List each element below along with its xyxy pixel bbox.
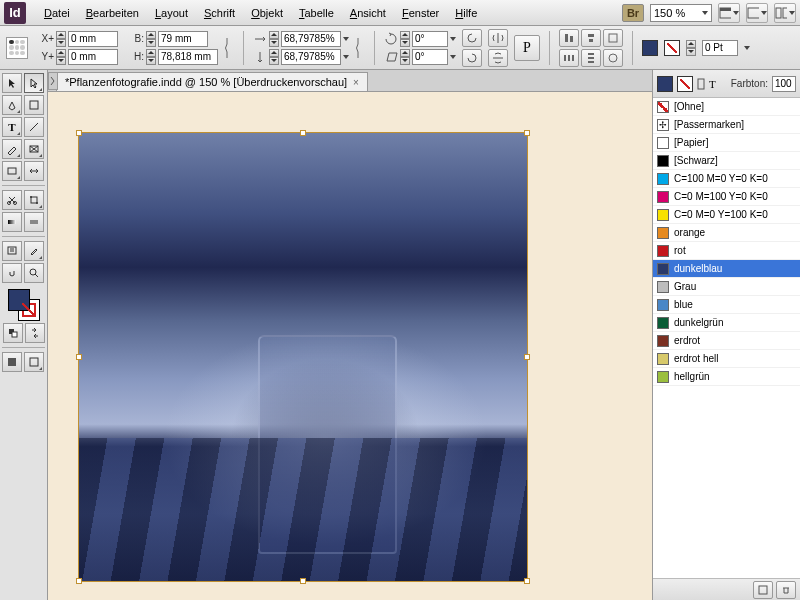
resize-handle-tm[interactable]	[300, 130, 306, 136]
resize-handle-bm[interactable]	[300, 578, 306, 584]
panel-stroke-swatch[interactable]	[677, 76, 693, 92]
swatch-row[interactable]: dunkelgrün	[653, 314, 800, 332]
align-button-1[interactable]	[559, 29, 579, 47]
stroke-weight-spinner[interactable]	[686, 40, 696, 56]
rotate-ccw-button[interactable]	[462, 29, 482, 47]
free-transform-tool[interactable]	[24, 190, 44, 210]
resize-handle-tl[interactable]	[76, 130, 82, 136]
height-spinner[interactable]	[146, 49, 156, 65]
line-tool[interactable]	[24, 117, 44, 137]
gradient-feather-tool[interactable]	[24, 212, 44, 232]
rotate-spinner[interactable]	[400, 31, 410, 47]
rectangle-frame-tool[interactable]	[24, 139, 44, 159]
zoom-dropdown[interactable]: 150 %	[650, 4, 712, 22]
stroke-color-swatch[interactable]	[18, 299, 40, 321]
swatch-row[interactable]: C=100 M=0 Y=0 K=0	[653, 170, 800, 188]
zoom-tool[interactable]	[24, 263, 44, 283]
menu-hilfe[interactable]: Hilfe	[447, 4, 485, 22]
chevron-down-icon[interactable]	[450, 55, 456, 59]
width-input[interactable]	[158, 31, 208, 47]
swatch-row[interactable]: C=0 M=100 Y=0 K=0	[653, 188, 800, 206]
constrain-link-icon[interactable]	[224, 34, 234, 62]
distribute-button-3[interactable]	[603, 49, 623, 67]
scissors-tool[interactable]	[2, 190, 22, 210]
swatch-row[interactable]: orange	[653, 224, 800, 242]
screen-mode-button[interactable]	[746, 3, 768, 23]
menu-bearbeiten[interactable]: Bearbeiten	[78, 4, 147, 22]
shear-spinner[interactable]	[400, 49, 410, 65]
align-button-3[interactable]	[603, 29, 623, 47]
height-input[interactable]	[158, 49, 218, 65]
swatch-row-none[interactable]: [Ohne]	[653, 98, 800, 116]
y-spinner[interactable]	[56, 49, 66, 65]
type-tool[interactable]: T	[2, 117, 22, 137]
hand-tool[interactable]	[2, 263, 22, 283]
menu-layout[interactable]: Layout	[147, 4, 196, 22]
chevron-down-icon[interactable]	[450, 37, 456, 41]
chevron-down-icon[interactable]	[744, 46, 750, 50]
page-tool[interactable]	[24, 95, 44, 115]
swatch-row[interactable]: rot	[653, 242, 800, 260]
default-fill-stroke-button[interactable]	[3, 323, 23, 343]
bridge-badge[interactable]: Br	[622, 4, 644, 22]
menu-fenster[interactable]: Fenster	[394, 4, 447, 22]
resize-handle-tr[interactable]	[524, 130, 530, 136]
selected-image-frame[interactable]	[78, 132, 528, 582]
direct-selection-tool[interactable]	[24, 73, 44, 93]
swatch-row[interactable]: hellgrün	[653, 368, 800, 386]
distribute-button-1[interactable]	[559, 49, 579, 67]
view-mode-button[interactable]	[24, 352, 44, 372]
menu-ansicht[interactable]: Ansicht	[342, 4, 394, 22]
resize-handle-ml[interactable]	[76, 354, 82, 360]
toolbox-collapse-grip[interactable]	[48, 72, 58, 90]
x-input[interactable]	[68, 31, 118, 47]
gradient-swatch-tool[interactable]	[2, 212, 22, 232]
resize-handle-br[interactable]	[524, 578, 530, 584]
chevron-down-icon[interactable]	[343, 55, 349, 59]
formatting-container-icon[interactable]	[697, 78, 705, 90]
shear-input[interactable]	[412, 49, 448, 65]
delete-swatch-button[interactable]	[776, 581, 796, 599]
swap-fill-stroke-button[interactable]	[25, 323, 45, 343]
view-options-button[interactable]	[718, 3, 740, 23]
swatch-row[interactable]: [Passermarken]	[653, 116, 800, 134]
rotate-input[interactable]	[412, 31, 448, 47]
eyedropper-tool[interactable]	[24, 241, 44, 261]
reference-point-selector[interactable]	[6, 37, 28, 59]
tint-input[interactable]	[772, 76, 796, 92]
swatch-row[interactable]: erdrot hell	[653, 350, 800, 368]
fill-stroke-swatches[interactable]	[8, 289, 40, 321]
stroke-weight-input[interactable]	[702, 40, 738, 56]
scale-x-spinner[interactable]	[269, 31, 279, 47]
flip-horizontal-button[interactable]	[488, 29, 508, 47]
swatch-row[interactable]: Grau	[653, 278, 800, 296]
y-input[interactable]	[68, 49, 118, 65]
menu-tabelle[interactable]: Tabelle	[291, 4, 342, 22]
panel-fill-swatch[interactable]	[657, 76, 673, 92]
canvas[interactable]	[48, 92, 652, 600]
swatch-row[interactable]: C=0 M=0 Y=100 K=0	[653, 206, 800, 224]
rotate-cw-button[interactable]	[462, 49, 482, 67]
type-format-icon[interactable]: T	[709, 78, 716, 90]
swatch-row[interactable]: [Papier]	[653, 134, 800, 152]
swatch-row[interactable]: blue	[653, 296, 800, 314]
chevron-down-icon[interactable]	[343, 37, 349, 41]
constrain-scale-icon[interactable]	[355, 34, 365, 62]
document-tab[interactable]: *Pflanzenfotografie.indd @ 150 % [Überdr…	[56, 72, 368, 91]
close-tab-button[interactable]: ×	[353, 77, 359, 88]
selection-tool[interactable]	[2, 73, 22, 93]
distribute-button-2[interactable]	[581, 49, 601, 67]
apply-color-button[interactable]	[2, 352, 22, 372]
menu-objekt[interactable]: Objekt	[243, 4, 291, 22]
pen-tool[interactable]	[2, 95, 22, 115]
swatch-row[interactable]: [Schwarz]	[653, 152, 800, 170]
swatch-row[interactable]: dunkelblau	[653, 260, 800, 278]
scale-y-spinner[interactable]	[269, 49, 279, 65]
resize-handle-mr[interactable]	[524, 354, 530, 360]
x-spinner[interactable]	[56, 31, 66, 47]
select-container-button[interactable]: P	[514, 35, 540, 61]
pencil-tool[interactable]	[2, 139, 22, 159]
align-button-2[interactable]	[581, 29, 601, 47]
new-swatch-button[interactable]	[753, 581, 773, 599]
rectangle-tool[interactable]	[2, 161, 22, 181]
